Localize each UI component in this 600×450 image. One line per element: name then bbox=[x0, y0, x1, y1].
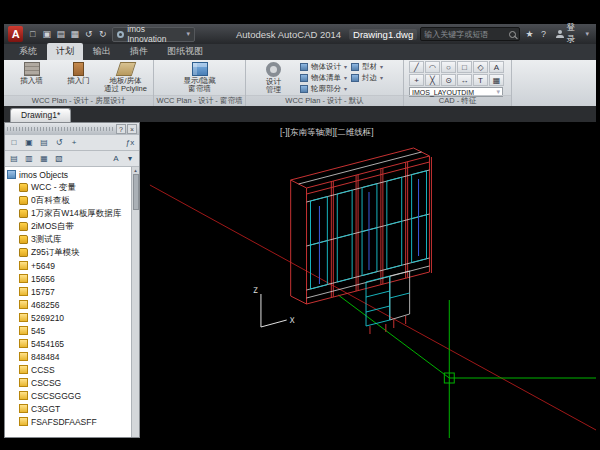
scrollbar-thumb[interactable] bbox=[133, 174, 139, 210]
ribbon-tab[interactable]: 输出 bbox=[84, 43, 120, 60]
tree-item-icon bbox=[19, 339, 28, 348]
menu-icon[interactable]: ▾ bbox=[123, 152, 137, 165]
cad-tool-button[interactable]: □ bbox=[457, 61, 472, 73]
design-manager-button[interactable]: 设计 管理 bbox=[251, 61, 296, 95]
ribbon-big-button[interactable]: 显示/隐藏 窗帘墙 bbox=[177, 61, 222, 95]
new-icon[interactable]: □ bbox=[26, 28, 39, 41]
cad-tool-button[interactable]: ↔ bbox=[457, 74, 472, 86]
cabinet-frame-lines bbox=[291, 148, 432, 334]
object-icon bbox=[300, 63, 308, 71]
undo-icon[interactable]: ↺ bbox=[82, 28, 95, 41]
ribbon: 插入墙 插入门 地板/房体 通过 Pclyline bbox=[4, 60, 596, 106]
ucs-icon: Z X bbox=[253, 286, 295, 327]
ribbon-small-button[interactable]: 封边 ▾ bbox=[351, 72, 383, 83]
app-title: Autodesk AutoCAD 2014 bbox=[236, 29, 341, 40]
filter-icon[interactable]: ▦ bbox=[37, 152, 51, 165]
tree-item[interactable]: 5454165 bbox=[7, 337, 131, 350]
ribbon-small-button[interactable]: 型材 ▾ bbox=[351, 61, 383, 72]
cad-tool-button[interactable]: ◇ bbox=[473, 61, 488, 73]
viewport-controls[interactable]: [-][东南等轴测][二维线框] bbox=[280, 127, 374, 139]
sort-icon[interactable]: ▧ bbox=[52, 152, 66, 165]
save-icon[interactable]: ▤ bbox=[37, 136, 51, 149]
tree-item[interactable]: 15656 bbox=[7, 272, 131, 285]
cad-tool-button[interactable]: ╱ bbox=[409, 61, 424, 73]
app-menu-button[interactable]: A bbox=[8, 26, 23, 42]
ribbon-small-button[interactable]: 物体设计 ▾ bbox=[300, 61, 347, 72]
palette-grip[interactable] bbox=[7, 127, 114, 131]
tree-item[interactable]: +5649 bbox=[7, 259, 131, 272]
cad-tool-button[interactable]: ╳ bbox=[425, 74, 440, 86]
tree-item[interactable]: 0百科查板 bbox=[7, 194, 131, 207]
function-icon[interactable]: ƒx bbox=[123, 136, 137, 149]
refresh-icon[interactable]: ↺ bbox=[52, 136, 66, 149]
tree-item[interactable]: 1万家百W14板厚数据库 bbox=[7, 207, 131, 220]
tree-item[interactable]: 468256 bbox=[7, 298, 131, 311]
tree-item[interactable]: C3GGT bbox=[7, 402, 131, 415]
cad-tool-button[interactable]: + bbox=[409, 74, 424, 86]
file-tab-drawing1[interactable]: Drawing1* bbox=[10, 108, 71, 122]
ucs-origin-crosshair bbox=[338, 295, 596, 438]
scroll-up-icon[interactable]: ▴ bbox=[134, 167, 137, 173]
search-input[interactable] bbox=[424, 30, 507, 39]
cad-tool-button[interactable]: T bbox=[473, 74, 488, 86]
tree-item[interactable]: 15757 bbox=[7, 285, 131, 298]
ribbon-small-button[interactable]: 物体清单 ▾ bbox=[300, 72, 347, 83]
plot-icon[interactable]: ▦ bbox=[68, 28, 81, 41]
redo-icon[interactable]: ↻ bbox=[96, 28, 109, 41]
close-icon[interactable]: × bbox=[127, 124, 137, 134]
tree-item[interactable]: CSCSGGGG bbox=[7, 389, 131, 402]
cad-tool-button[interactable]: A bbox=[489, 61, 504, 73]
help-icon[interactable]: ? bbox=[537, 28, 550, 41]
view-grid-icon[interactable]: ▥ bbox=[22, 152, 36, 165]
ribbon-tab[interactable]: 计划 bbox=[47, 43, 83, 60]
tree-item[interactable]: 545 bbox=[7, 324, 131, 337]
cad-tool-button[interactable]: ◠ bbox=[425, 61, 440, 73]
cad-tool-button[interactable]: ○ bbox=[441, 61, 456, 73]
tree-item-icon bbox=[19, 222, 28, 231]
ribbon-big-button[interactable]: 地板/房体 通过 Pclyline bbox=[103, 61, 148, 95]
open-icon[interactable]: ▣ bbox=[40, 28, 53, 41]
tree-item[interactable]: 848484 bbox=[7, 350, 131, 363]
tree-item[interactable]: 5269210 bbox=[7, 311, 131, 324]
workspace-switcher[interactable]: imos Innovation ▾ bbox=[112, 27, 195, 42]
tree-item[interactable]: FSAFSDFAASFF bbox=[7, 415, 131, 428]
tree-item[interactable]: Z95订单模块 bbox=[7, 246, 131, 259]
save-icon[interactable]: ▤ bbox=[54, 28, 67, 41]
ribbon-big-button[interactable]: 插入墙 bbox=[9, 61, 54, 95]
sign-in-button[interactable]: 登录 ▾ bbox=[553, 22, 592, 46]
ribbon-tab[interactable]: 系统 bbox=[10, 43, 46, 60]
tree-item[interactable]: CCSS bbox=[7, 363, 131, 376]
chevron-down-icon: ▾ bbox=[344, 63, 347, 70]
palette-toolbar-1: □▣▤↺+ ƒx bbox=[5, 135, 139, 151]
tree-root[interactable]: imos Objects bbox=[7, 168, 131, 181]
tree-item[interactable]: CSCSG bbox=[7, 376, 131, 389]
tree-item-icon bbox=[19, 183, 28, 192]
text-icon[interactable]: A bbox=[109, 152, 123, 165]
ribbon-big-button[interactable]: 插入门 bbox=[56, 61, 101, 95]
palette-scrollbar[interactable]: ▴ bbox=[131, 167, 139, 437]
user-icon bbox=[556, 30, 564, 38]
new-object-icon[interactable]: □ bbox=[7, 136, 21, 149]
ribbon-small-button[interactable]: 轮廓部分 ▾ bbox=[300, 83, 347, 94]
cad-tool-button[interactable]: ▦ bbox=[489, 74, 504, 86]
tree-item[interactable]: 2iMOS自带 bbox=[7, 220, 131, 233]
ribbon-tab[interactable]: 插件 bbox=[121, 43, 157, 60]
panel-caption: CAD - 特征 bbox=[404, 95, 511, 106]
tree-item-icon bbox=[19, 196, 28, 205]
search-icon[interactable] bbox=[509, 31, 516, 38]
open-icon[interactable]: ▣ bbox=[22, 136, 36, 149]
chevron-down-icon: ▾ bbox=[380, 63, 383, 70]
tree-item[interactable]: WCC - 变量 bbox=[7, 181, 131, 194]
ribbon-tab[interactable]: 图纸视图 bbox=[158, 43, 212, 60]
drawing-area[interactable]: [-][东南等轴测][二维线框] bbox=[140, 122, 596, 438]
view-list-icon[interactable]: ▤ bbox=[7, 152, 21, 165]
add-icon[interactable]: + bbox=[67, 136, 81, 149]
cad-tool-button[interactable]: ⊙ bbox=[441, 74, 456, 86]
titlebar-right-icons: ★? bbox=[523, 28, 550, 41]
help-icon[interactable]: ? bbox=[116, 124, 126, 134]
drawing-viewport[interactable]: Z X bbox=[140, 122, 596, 438]
exchange-icon[interactable]: ★ bbox=[523, 28, 536, 41]
chevron-down-icon: ▾ bbox=[344, 74, 347, 81]
tree-item[interactable]: 3测试库 bbox=[7, 233, 131, 246]
chevron-down-icon: ▾ bbox=[380, 74, 383, 81]
